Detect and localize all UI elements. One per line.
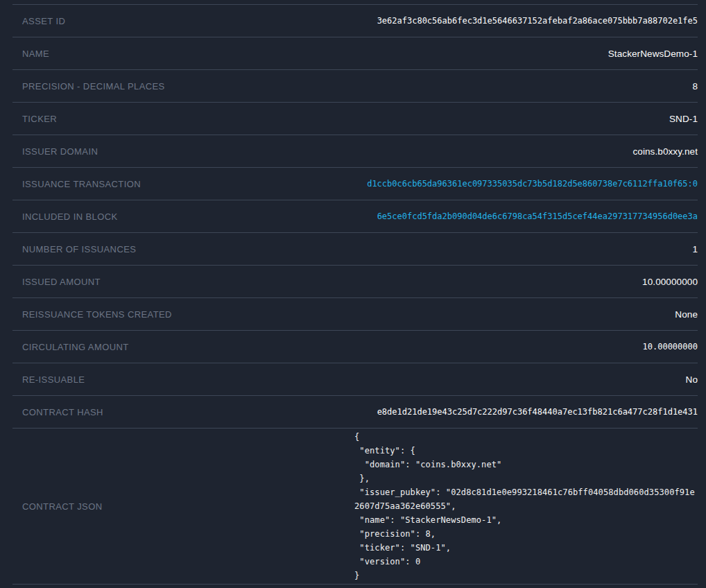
row-issued-amount: ISSUED AMOUNT 10.00000000 <box>12 266 698 298</box>
row-circulating-amount: CIRCULATING AMOUNT 10.00000000 <box>12 331 698 363</box>
row-contract-hash: CONTRACT HASH e8de1d21de19e43c25d7c222d9… <box>12 396 698 429</box>
row-precision: PRECISION - DECIMAL PLACES 8 <box>12 70 698 103</box>
row-ticker: TICKER SND-1 <box>12 103 698 135</box>
contract-json-value: { "entity": { "domain": "coins.b0xxy.net… <box>354 430 698 582</box>
contract-hash-value: e8de1d21de19e43c25d7c222d97c36f48440a7ec… <box>120 407 698 417</box>
row-asset-id: ASSET ID 3e62af3c80c56ab6fec3d1e56466371… <box>12 5 698 37</box>
row-number-of-issuances: NUMBER OF ISSUANCES 1 <box>12 233 698 266</box>
contract-json-cell: { "entity": { "domain": "coins.b0xxy.net… <box>119 430 698 582</box>
row-contract-json: CONTRACT JSON { "entity": { "domain": "c… <box>12 429 698 585</box>
row-included-in-block: INCLUDED IN BLOCK 6e5ce0fcd5fda2b090d04d… <box>12 200 698 233</box>
issued-amount-value: 10.00000000 <box>117 277 698 287</box>
number-of-issuances-value: 1 <box>153 244 698 254</box>
ticker-value: SND-1 <box>74 114 698 124</box>
asset-id-value: 3e62af3c80c56ab6fec3d1e5646637152afebaf2… <box>82 16 698 26</box>
contract-json-label: CONTRACT JSON <box>22 501 102 512</box>
ticker-label: TICKER <box>22 114 57 124</box>
re-issuable-label: RE-ISSUABLE <box>22 374 85 385</box>
precision-value: 8 <box>182 81 698 92</box>
name-value: StackerNewsDemo-1 <box>66 49 698 59</box>
included-in-block-link[interactable]: 6e5ce0fcd5fda2b090d04de6c6798ca54f315d5c… <box>135 211 698 221</box>
circulating-amount-value: 10.00000000 <box>146 342 698 352</box>
row-reissuance-tokens-created: REISSUANCE TOKENS CREATED None <box>12 298 698 331</box>
circulating-amount-label: CIRCULATING AMOUNT <box>22 342 129 352</box>
row-issuer-domain: ISSUER DOMAIN coins.b0xxy.net <box>12 135 698 168</box>
asset-id-label: ASSET ID <box>22 16 65 26</box>
reissuance-tokens-created-value: None <box>189 309 698 320</box>
issued-amount-label: ISSUED AMOUNT <box>22 277 101 287</box>
asset-details-table: ASSET ID 3e62af3c80c56ab6fec3d1e56466371… <box>12 4 698 585</box>
row-issuance-transaction: ISSUANCE TRANSACTION d1ccb0c6cb65da96361… <box>12 168 698 200</box>
issuance-transaction-label: ISSUANCE TRANSACTION <box>22 179 141 189</box>
contract-hash-label: CONTRACT HASH <box>22 407 103 417</box>
row-re-issuable: RE-ISSUABLE No <box>12 363 698 396</box>
row-name: NAME StackerNewsDemo-1 <box>12 37 698 70</box>
reissuance-tokens-created-label: REISSUANCE TOKENS CREATED <box>22 309 172 320</box>
issuance-transaction-link[interactable]: d1ccb0c6cb65da96361ec097335035dc73b5d182… <box>157 179 698 189</box>
issuer-domain-value: coins.b0xxy.net <box>114 146 698 157</box>
name-label: NAME <box>22 49 49 59</box>
issuer-domain-label: ISSUER DOMAIN <box>22 146 98 157</box>
number-of-issuances-label: NUMBER OF ISSUANCES <box>22 244 136 254</box>
included-in-block-label: INCLUDED IN BLOCK <box>22 211 118 222</box>
precision-label: PRECISION - DECIMAL PLACES <box>22 81 165 92</box>
re-issuable-value: No <box>101 374 698 385</box>
